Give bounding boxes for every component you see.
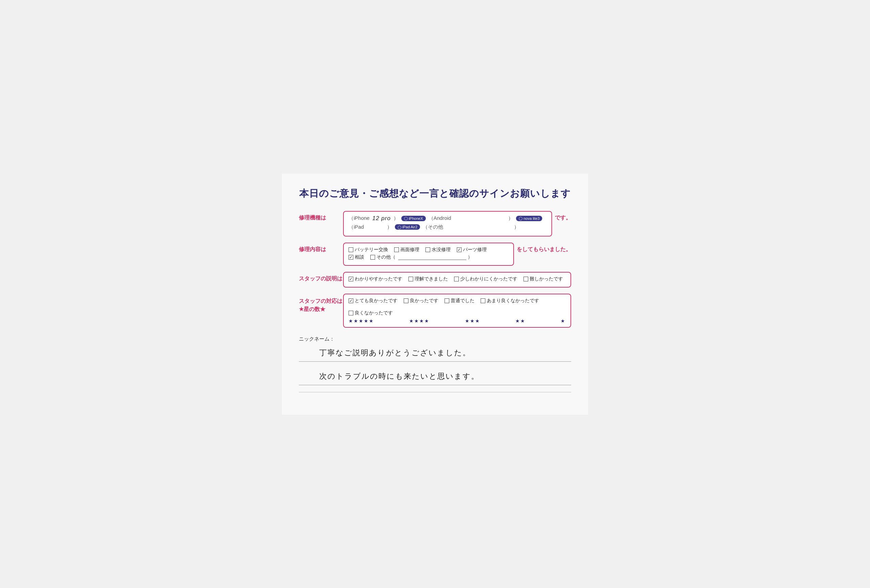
consult-checkbox[interactable]: ✓ bbox=[349, 255, 353, 260]
consult-label: 相談 bbox=[355, 254, 364, 260]
normal-label: 普通でした bbox=[451, 298, 474, 304]
repair-section: 修理内容は バッテリー交換 画面修理 水没修理 ✓ パーツ修理 bbox=[299, 243, 571, 266]
very-good-item: ✓ とても良かったです bbox=[349, 298, 398, 304]
difficult-item: 少しわかりにくかったです bbox=[454, 276, 517, 282]
iphonex-icon: ◯ bbox=[404, 216, 408, 220]
other-checkbox[interactable] bbox=[370, 255, 375, 260]
normal-checkbox[interactable] bbox=[444, 298, 449, 303]
bad-item: 良くなかったです bbox=[349, 310, 393, 316]
device-row1: （iPhone 12 pro ） ◯ iPhoneX （Android ） ◯ … bbox=[349, 215, 547, 222]
not-good-label: あまり良くなかったです bbox=[487, 298, 539, 304]
other-paren-close: ） bbox=[514, 224, 519, 230]
hard-label: 難しかったです bbox=[530, 276, 563, 282]
battery-item: バッテリー交換 bbox=[349, 247, 388, 253]
device-suffix: です。 bbox=[552, 211, 571, 222]
difficult-label: 少しわかりにくかったです bbox=[460, 276, 517, 282]
repair-box: バッテリー交換 画面修理 水没修理 ✓ パーツ修理 ✓ 相談 bbox=[343, 243, 514, 266]
hard-item: 難しかったです bbox=[523, 276, 563, 282]
water-checkbox[interactable] bbox=[426, 247, 430, 252]
android-paren-open: （Android bbox=[429, 215, 451, 222]
novalite-icon: ◯ bbox=[519, 216, 523, 220]
novalite-label: nova lite3 bbox=[523, 216, 539, 220]
iphone-paren-close: ） bbox=[393, 215, 399, 222]
bad-checkbox[interactable] bbox=[349, 311, 353, 316]
comment-line1: 丁寧なご説明ありがとうございました。 bbox=[299, 345, 571, 362]
parts-checkbox[interactable]: ✓ bbox=[457, 247, 462, 252]
explanation-checkboxes: ✓ わかりやすかったです 理解できました 少しわかりにくかったです 難しかったで… bbox=[349, 276, 566, 282]
iphonex-label: iPhoneX bbox=[409, 216, 423, 220]
other-paren: ） bbox=[468, 254, 472, 260]
battery-checkbox[interactable] bbox=[349, 247, 353, 252]
1star-group: ★ bbox=[561, 318, 566, 324]
iphone-model: 12 pro bbox=[372, 215, 391, 222]
repair-row1: バッテリー交換 画面修理 水没修理 ✓ パーツ修理 bbox=[349, 247, 508, 253]
3star-symbols: ★★★ bbox=[465, 318, 480, 324]
understood-label: 理解できました bbox=[414, 276, 448, 282]
staff-response-section: スタッフの対応は ★星の数★ ✓ とても良かったです 良かったです 普通でした bbox=[299, 294, 571, 328]
staff-explanation-box: ✓ わかりやすかったです 理解できました 少しわかりにくかったです 難しかったで… bbox=[343, 272, 571, 287]
understood-checkbox[interactable] bbox=[408, 277, 413, 281]
easy-label: わかりやすかったです bbox=[355, 276, 402, 282]
nickname-section: ニックネーム： 丁寧なご説明ありがとうございました。 次のトラブルの時にも来たい… bbox=[299, 336, 571, 392]
staff-response-label-line2: ★星の数★ bbox=[299, 306, 325, 312]
easy-checkbox[interactable]: ✓ bbox=[349, 277, 353, 281]
consult-item: ✓ 相談 bbox=[349, 254, 364, 260]
very-good-checkbox[interactable]: ✓ bbox=[349, 298, 353, 303]
water-item: 水没修理 bbox=[426, 247, 451, 253]
5star-group: ★★★★★ bbox=[349, 318, 374, 324]
main-title: 本日のご意見・ご感想など一言と確認のサインお願いします bbox=[299, 187, 571, 200]
other-input-line bbox=[398, 254, 466, 260]
5star-symbols: ★★★★★ bbox=[349, 318, 374, 324]
repair-row2: ✓ 相談 その他（ ） bbox=[349, 254, 508, 260]
staff-response-box: ✓ とても良かったです 良かったです 普通でした あまり良くなかったです bbox=[343, 294, 571, 328]
understood-item: 理解できました bbox=[408, 276, 448, 282]
android-paren-close: ） bbox=[508, 215, 513, 222]
other-item: その他（ ） bbox=[370, 254, 472, 260]
nickname-label: ニックネーム： bbox=[299, 336, 571, 342]
good-checkbox[interactable] bbox=[404, 298, 408, 303]
water-label: 水没修理 bbox=[432, 247, 451, 253]
ipadair-icon: ◯ bbox=[398, 225, 401, 229]
3star-group: ★★★ bbox=[465, 318, 480, 324]
screen-label: 画面修理 bbox=[400, 247, 419, 253]
device-row2: （iPad ） ◯ iPad Air2 （その他 ） bbox=[349, 224, 547, 230]
ipad-paren-open: （iPad bbox=[349, 224, 364, 230]
2star-group: ★★ bbox=[515, 318, 526, 324]
good-label: 良かったです bbox=[410, 298, 438, 304]
iphonex-badge: ◯ iPhoneX bbox=[401, 216, 426, 221]
good-item: 良かったです bbox=[404, 298, 438, 304]
device-box: （iPhone 12 pro ） ◯ iPhoneX （Android ） ◯ … bbox=[343, 211, 552, 237]
easy-item: ✓ わかりやすかったです bbox=[349, 276, 402, 282]
staff-explanation-section: スタッフの説明は ✓ わかりやすかったです 理解できました 少しわかりにくかった… bbox=[299, 272, 571, 287]
screen-checkbox[interactable] bbox=[394, 247, 399, 252]
response-checkboxes: ✓ とても良かったです 良かったです 普通でした あまり良くなかったです bbox=[349, 298, 566, 316]
parts-label: パーツ修理 bbox=[463, 247, 487, 253]
bad-label: 良くなかったです bbox=[355, 310, 393, 316]
4star-group: ★★★★ bbox=[409, 318, 429, 324]
feedback-card: 本日のご意見・ご感想など一言と確認のサインお願いします 修理機種は （iPhon… bbox=[282, 174, 588, 415]
bottom-rule bbox=[299, 392, 571, 392]
repair-suffix: をしてもらいました。 bbox=[514, 243, 571, 253]
stars-row: ★★★★★ ★★★★ ★★★ ★★ ★ bbox=[349, 318, 566, 324]
4star-symbols: ★★★★ bbox=[409, 318, 429, 324]
not-good-item: あまり良くなかったです bbox=[481, 298, 539, 304]
hard-checkbox[interactable] bbox=[523, 277, 528, 281]
device-section: 修理機種は （iPhone 12 pro ） ◯ iPhoneX （Androi… bbox=[299, 211, 571, 237]
novalite-badge: ◯ nova lite3 bbox=[516, 216, 542, 221]
difficult-checkbox[interactable] bbox=[454, 277, 459, 281]
2star-symbols: ★★ bbox=[515, 318, 526, 324]
repair-label: 修理内容は bbox=[299, 243, 343, 253]
comment-text2: 次のトラブルの時にも来たいと思います。 bbox=[299, 369, 571, 383]
ipad-paren-close: ） bbox=[387, 224, 392, 230]
comment-text1: 丁寧なご説明ありがとうございました。 bbox=[299, 345, 571, 359]
other-paren-open: （その他 bbox=[423, 224, 443, 230]
comment-line2: 次のトラブルの時にも来たいと思います。 bbox=[299, 369, 571, 385]
ipadair-badge: ◯ iPad Air2 bbox=[395, 224, 420, 230]
ipadair-label: iPad Air2 bbox=[402, 225, 417, 229]
very-good-label: とても良かったです bbox=[355, 298, 398, 304]
device-label: 修理機種は bbox=[299, 211, 343, 222]
parts-item: ✓ パーツ修理 bbox=[457, 247, 487, 253]
staff-response-label-line1: スタッフの対応は bbox=[299, 298, 343, 304]
not-good-checkbox[interactable] bbox=[481, 298, 486, 303]
battery-label: バッテリー交換 bbox=[355, 247, 388, 253]
